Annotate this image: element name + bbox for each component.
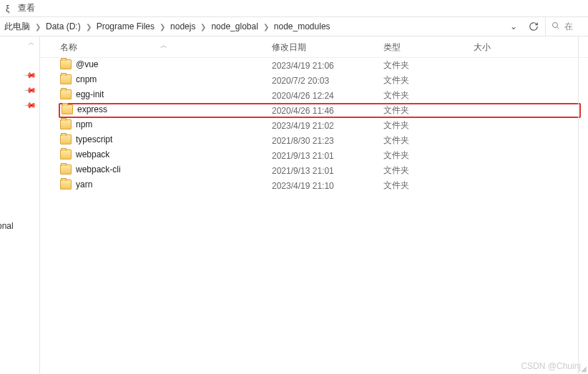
cell-type: 文件夹 <box>383 119 474 132</box>
cell-name: @vue <box>60 59 272 72</box>
sidebar-label-partial[interactable]: onal <box>0 221 14 231</box>
svg-line-1 <box>557 26 559 29</box>
cell-name: webpack-cli <box>60 164 272 177</box>
table-row[interactable]: egg-init2020/4/26 12:24文件夹 <box>40 88 588 103</box>
cell-modified: 2020/4/26 11:46 <box>272 106 383 116</box>
file-name: @vue <box>76 59 99 69</box>
toolbar-item-view[interactable]: 查看 <box>18 2 35 14</box>
cell-name: cnpm <box>60 74 272 87</box>
chevron-right-icon[interactable]: ❯ <box>260 23 273 31</box>
folder-icon <box>60 164 72 174</box>
dropdown-icon[interactable]: ⌄ <box>508 21 519 32</box>
pin-icon[interactable]: 📌 <box>23 99 36 112</box>
file-name: express <box>77 104 107 114</box>
toolbar-item[interactable]: ξ <box>6 4 9 14</box>
folder-icon <box>60 59 72 69</box>
table-row[interactable]: cnpm2020/7/2 20:03文件夹 <box>40 73 588 88</box>
folder-icon <box>60 179 72 190</box>
cell-modified: 2021/9/13 21:01 <box>272 166 383 176</box>
top-toolbar: ξ 查看 <box>0 0 588 16</box>
table-row[interactable]: npm2023/4/19 21:02文件夹 <box>40 118 588 133</box>
cell-type: 文件夹 <box>383 104 474 117</box>
pin-icon[interactable]: 📌 <box>23 84 36 97</box>
cell-type: 文件夹 <box>383 74 474 87</box>
chevron-right-icon[interactable]: ❯ <box>31 23 44 31</box>
vertical-divider <box>578 36 579 374</box>
cell-type: 文件夹 <box>383 89 474 102</box>
file-name: cnpm <box>76 74 97 84</box>
file-list-content: ︿ 名称 修改日期 类型 大小 @vue2023/4/19 21:06文件夹cn… <box>40 36 588 374</box>
folder-icon <box>60 134 72 144</box>
breadcrumb-item[interactable]: nodejs <box>169 21 197 31</box>
column-header-size[interactable]: 大小 <box>474 41 531 54</box>
table-row[interactable]: @vue2023/4/19 21:06文件夹 <box>40 58 588 73</box>
chevron-right-icon[interactable]: ❯ <box>197 23 210 31</box>
table-row[interactable]: typescript2021/8/30 21:23文件夹 <box>40 133 588 148</box>
cell-modified: 2023/4/19 21:10 <box>272 181 383 191</box>
cell-modified: 2020/4/26 12:24 <box>272 91 383 101</box>
cell-name: express <box>62 104 272 117</box>
cell-type: 文件夹 <box>383 179 474 192</box>
table-row[interactable]: express2020/4/26 11:46文件夹 <box>59 103 581 118</box>
breadcrumb-item[interactable]: 此电脑 <box>3 21 31 33</box>
sort-indicator-icon: ︿ <box>160 41 167 51</box>
cell-type: 文件夹 <box>383 164 474 177</box>
file-name: yarn <box>76 179 92 190</box>
cell-modified: 2020/7/2 20:03 <box>272 76 383 86</box>
nav-controls: ⌄ <box>508 21 545 32</box>
cell-name: npm <box>60 119 272 132</box>
cell-name: typescript <box>60 134 272 147</box>
file-name: egg-init <box>76 89 104 99</box>
cell-name: yarn <box>60 179 272 192</box>
breadcrumb-item[interactable]: node_global <box>210 21 259 31</box>
folder-icon <box>62 104 73 114</box>
folder-icon <box>60 119 72 129</box>
sidebar: ︿ 📌 📌 📌 onal <box>0 36 40 374</box>
cell-type: 文件夹 <box>383 149 474 162</box>
folder-icon <box>60 89 72 99</box>
cell-type: 文件夹 <box>383 134 474 147</box>
file-name: webpack <box>76 149 109 159</box>
cell-modified: 2021/8/30 21:23 <box>272 136 383 146</box>
search-placeholder: 在 <box>564 21 573 33</box>
folder-icon <box>60 149 72 159</box>
search-icon <box>552 21 560 32</box>
cell-modified: 2023/4/19 21:02 <box>272 121 383 131</box>
scroll-up-icon[interactable]: ︿ <box>28 38 35 48</box>
watermark: CSDN @Chuinj <box>521 361 581 371</box>
folder-icon <box>60 74 72 84</box>
table-row[interactable]: webpack-cli2021/9/13 21:01文件夹 <box>40 163 588 178</box>
cell-modified: 2021/9/13 21:01 <box>272 151 383 161</box>
resize-handle-icon[interactable]: ◢ <box>581 365 587 373</box>
file-rows: @vue2023/4/19 21:06文件夹cnpm2020/7/2 20:03… <box>40 58 588 193</box>
cell-modified: 2023/4/19 21:06 <box>272 61 383 71</box>
breadcrumb-item[interactable]: Data (D:) <box>44 21 82 31</box>
breadcrumb-item[interactable]: Programe Files <box>95 21 156 31</box>
file-name: npm <box>76 119 92 129</box>
main-area: ︿ 📌 📌 📌 onal ︿ 名称 修改日期 类型 大小 @vue2023/4/… <box>0 36 588 374</box>
chevron-right-icon[interactable]: ❯ <box>82 23 95 31</box>
cell-type: 文件夹 <box>383 59 474 72</box>
chevron-right-icon[interactable]: ❯ <box>156 23 169 31</box>
pin-icon[interactable]: 📌 <box>23 69 36 82</box>
search-box[interactable]: 在 <box>545 17 588 36</box>
table-row[interactable]: yarn2023/4/19 21:10文件夹 <box>40 178 588 193</box>
column-header-type[interactable]: 类型 <box>383 41 474 54</box>
cell-name: webpack <box>60 149 272 162</box>
column-header-modified[interactable]: 修改日期 <box>272 41 383 54</box>
breadcrumb-item[interactable]: node_modules <box>273 21 332 31</box>
column-headers: ︿ 名称 修改日期 类型 大小 <box>40 38 588 58</box>
refresh-icon[interactable] <box>528 21 539 32</box>
svg-point-0 <box>553 22 558 27</box>
table-row[interactable]: webpack2021/9/13 21:01文件夹 <box>40 148 588 163</box>
file-name: webpack-cli <box>76 164 121 174</box>
cell-name: egg-init <box>60 89 272 102</box>
breadcrumb-bar: 此电脑 ❯ Data (D:) ❯ Programe Files ❯ nodej… <box>0 16 588 36</box>
file-name: typescript <box>76 134 112 144</box>
